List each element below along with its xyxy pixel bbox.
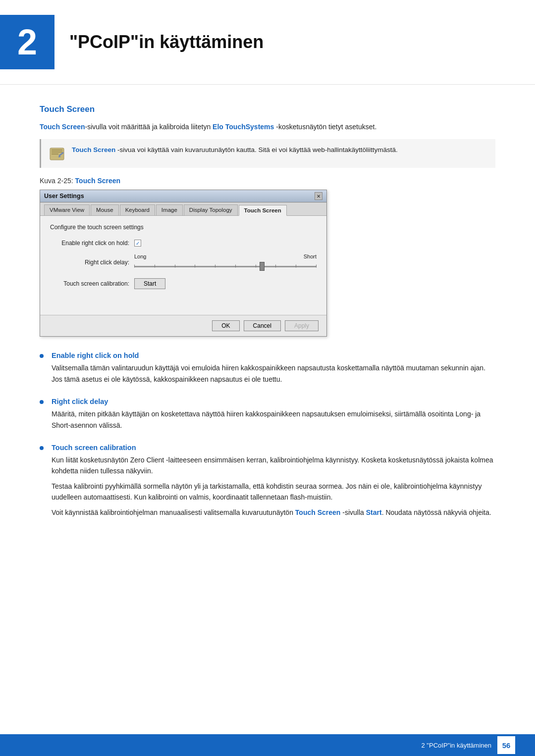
enable-right-click-checkbox[interactable] bbox=[134, 240, 141, 247]
tab-display-topology[interactable]: Display Topology bbox=[184, 204, 238, 215]
svg-rect-2 bbox=[52, 151, 62, 152]
apply-button[interactable]: Apply bbox=[285, 320, 319, 331]
bullet-item-2: Right click delay Määritä, miten pitkään… bbox=[40, 398, 495, 435]
chapter-number: 2 bbox=[0, 15, 54, 69]
bullet-dot-2 bbox=[40, 400, 44, 404]
note-box: Touch Screen -sivua voi käyttää vain kuv… bbox=[40, 139, 495, 168]
start-calibration-button[interactable]: Start bbox=[134, 278, 165, 289]
slider-thumb[interactable] bbox=[260, 262, 265, 271]
dialog-window: User Settings ✕ VMware View Mouse Keyboa… bbox=[40, 190, 327, 337]
touch-screen-calibration-row: Touch screen calibration: Start bbox=[50, 278, 317, 289]
cancel-button[interactable]: Cancel bbox=[244, 320, 281, 331]
bullet-dot-1 bbox=[40, 354, 44, 358]
right-click-delay-label: Right click delay: bbox=[50, 259, 129, 266]
ok-button[interactable]: OK bbox=[212, 320, 239, 331]
bullet-title-2: Right click delay bbox=[52, 398, 495, 405]
svg-rect-1 bbox=[52, 150, 62, 151]
start-inline-link: Start bbox=[366, 508, 382, 516]
dialog-footer: OK Cancel Apply bbox=[40, 315, 326, 336]
figure-caption: Kuva 2-25: Touch Screen bbox=[40, 177, 495, 185]
chapter-title: "PCoIP"in käyttäminen bbox=[69, 32, 264, 52]
enable-right-click-row: Enable right click on hold: bbox=[50, 240, 317, 247]
bullet-sections: Enable right click on hold Valitsemalla … bbox=[40, 352, 495, 522]
note-icon bbox=[49, 146, 65, 162]
main-content: Touch Screen Touch Screen-sivulla voit m… bbox=[0, 85, 535, 562]
dialog-title: User Settings bbox=[44, 193, 84, 200]
figure-caption-label: Touch Screen bbox=[75, 177, 121, 185]
bullet-text-3b: Testaa kalibrointi pyyhkimällä sormella … bbox=[52, 481, 495, 503]
tab-mouse[interactable]: Mouse bbox=[91, 204, 119, 215]
note-touch-screen-label: Touch Screen bbox=[72, 146, 115, 153]
touch-screen-calibration-label: Touch screen calibration: bbox=[50, 280, 129, 287]
tab-image[interactable]: Image bbox=[156, 204, 183, 215]
touch-screen-inline-link: Touch Screen bbox=[295, 508, 341, 516]
footer-page-number: 56 bbox=[497, 736, 515, 754]
bullet-text-3c: Voit käynnistää kalibrointiohjelman manu… bbox=[52, 507, 495, 518]
section-heading: Touch Screen bbox=[40, 104, 495, 114]
dialog-tabs: VMware View Mouse Keyboard Image Display… bbox=[40, 202, 326, 216]
bullet-text-1: Valitsemalla tämän valintaruudun käyttäj… bbox=[52, 362, 495, 385]
bullet-title-3: Touch screen calibration bbox=[52, 444, 495, 452]
slider-short-label: Short bbox=[304, 253, 317, 259]
bullet-content-2: Right click delay Määritä, miten pitkään… bbox=[52, 398, 495, 435]
bullet-title-1: Enable right click on hold bbox=[52, 352, 495, 359]
dialog-body-text: Configure the touch screen settings bbox=[50, 224, 317, 231]
bullet-dot-3 bbox=[40, 446, 44, 450]
slider-track-container[interactable] bbox=[134, 261, 317, 271]
bullet-content-3: Touch screen calibration Kun liität kosk… bbox=[52, 444, 495, 522]
bullet-item-3: Touch screen calibration Kun liität kosk… bbox=[40, 444, 495, 522]
dialog-body: Configure the touch screen settings Enab… bbox=[40, 216, 326, 315]
tab-vmware-view[interactable]: VMware View bbox=[44, 204, 90, 215]
bullet-text-3a: Kun liität kosketusnäytön Zero Client -l… bbox=[52, 454, 495, 477]
tab-touch-screen[interactable]: Touch Screen bbox=[239, 205, 287, 216]
dialog-close-button[interactable]: ✕ bbox=[315, 192, 322, 200]
bullet-item-1: Enable right click on hold Valitsemalla … bbox=[40, 352, 495, 389]
footer-chapter-label: 2 "PCoIP"in käyttäminen bbox=[422, 742, 491, 749]
note-text: Touch Screen -sivua voi käyttää vain kuv… bbox=[72, 145, 398, 155]
page-footer: 2 "PCoIP"in käyttäminen 56 bbox=[0, 734, 535, 756]
brand-name: Elo TouchSystems bbox=[213, 123, 274, 131]
tab-keyboard[interactable]: Keyboard bbox=[120, 204, 155, 215]
intro-paragraph: Touch Screen-sivulla voit määrittää ja k… bbox=[40, 121, 495, 132]
svg-rect-3 bbox=[52, 153, 58, 154]
touch-screen-link: Touch Screen bbox=[40, 123, 85, 131]
enable-right-click-label: Enable right click on hold: bbox=[50, 240, 129, 247]
bullet-text-2: Määritä, miten pitkään käyttäjän on kosk… bbox=[52, 408, 495, 431]
chapter-banner: 2 "PCoIP"in käyttäminen bbox=[0, 0, 535, 85]
slider-long-label: Long bbox=[134, 253, 146, 259]
dialog-titlebar: User Settings ✕ bbox=[40, 190, 326, 202]
right-click-delay-row: Right click delay: Long Short bbox=[50, 253, 317, 271]
bullet-content-1: Enable right click on hold Valitsemalla … bbox=[52, 352, 495, 389]
